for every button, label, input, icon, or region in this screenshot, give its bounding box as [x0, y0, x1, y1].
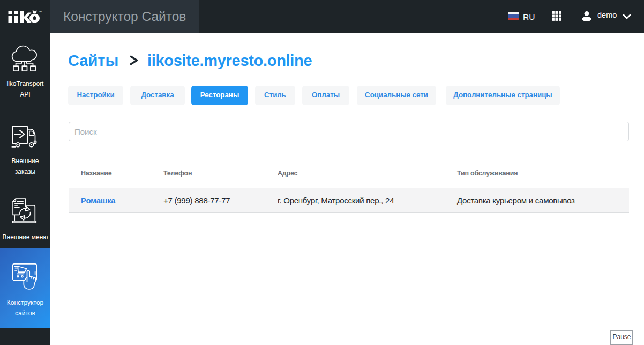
svg-text:™: ™: [39, 10, 42, 13]
